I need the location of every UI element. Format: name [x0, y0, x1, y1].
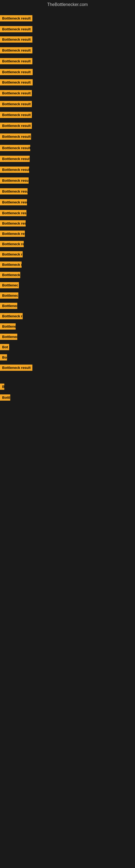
bottleneck-badge: Bottlenec: [0, 282, 19, 288]
bottleneck-badge: Bottleneck: [0, 303, 17, 309]
bottleneck-badge: Bottleneck res: [0, 313, 23, 319]
bottleneck-item[interactable]: Bottleneck res: [0, 313, 23, 320]
bottleneck-badge: Bottleneck result: [0, 177, 29, 184]
bottleneck-item[interactable]: Bottlene: [0, 323, 16, 331]
bottleneck-badge: Bottleneck result: [0, 15, 32, 22]
bottleneck-item[interactable]: Bottleneck result: [0, 261, 21, 269]
bottleneck-item[interactable]: Bottleneck result: [0, 177, 29, 185]
bottleneck-item[interactable]: Bottleneck r: [0, 292, 18, 300]
bottleneck-item[interactable]: Bottleneck result: [0, 123, 32, 130]
bottleneck-badge: Bottleneck result: [0, 188, 28, 194]
bottleneck-badge: Bo: [0, 354, 7, 361]
bottleneck-item[interactable]: Bottleneck result: [0, 145, 30, 152]
bottleneck-badge: Bottleneck result: [0, 101, 32, 107]
bottleneck-item[interactable]: Bottleneck re: [0, 251, 23, 258]
bottleneck-item[interactable]: Bottleneck result: [0, 69, 33, 76]
bottleneck-item[interactable]: Bo: [0, 354, 7, 362]
site-title: TheBottlenecker.com: [0, 0, 135, 9]
bottleneck-badge: Bottl: [0, 394, 10, 401]
bottleneck-item[interactable]: Bot: [0, 344, 9, 351]
bottleneck-badge: Bottleneck result: [0, 210, 27, 216]
bottleneck-item[interactable]: Bottleneck result: [0, 26, 32, 33]
bottleneck-item[interactable]: Bottleneck result: [0, 112, 32, 119]
bottleneck-badge: Bottleneck result: [0, 241, 24, 247]
bottleneck-item[interactable]: Bottleneck result: [0, 241, 24, 248]
bottleneck-badge: Bot: [0, 344, 9, 350]
bottleneck-badge: Bottleneck result: [0, 36, 32, 42]
bottleneck-item[interactable]: Bottl: [0, 394, 10, 402]
bottleneck-badge: Bottleneck result: [0, 79, 33, 86]
bottleneck-item[interactable]: Bottleneck result: [0, 15, 32, 23]
bottleneck-badge: Bottleneck re: [0, 251, 23, 257]
bottleneck-badge: Bottleneck result: [0, 69, 33, 75]
bottleneck-badge: Bottleneck result: [0, 156, 30, 162]
bottleneck-badge: Bottleneck: [0, 334, 17, 340]
bottleneck-item[interactable]: Bottleneck result: [0, 133, 31, 141]
bottleneck-badge: Bottleneck result: [0, 123, 32, 129]
bottleneck-badge: Bottleneck result: [0, 47, 32, 54]
bottleneck-badge: Bottleneck result: [0, 230, 25, 237]
bottleneck-item[interactable]: Bottleneck result: [0, 90, 32, 97]
bottleneck-item[interactable]: Bottleneck result: [0, 79, 33, 87]
bottleneck-item[interactable]: Bottleneck result: [0, 166, 29, 174]
bottleneck-badge: Bottleneck result: [0, 133, 31, 140]
bottleneck-item[interactable]: Bottleneck: [0, 334, 17, 341]
bottleneck-item[interactable]: B: [0, 383, 4, 391]
bottleneck-item[interactable]: Bottleneck result: [0, 199, 27, 207]
bottleneck-badge: Bottleneck result: [0, 90, 32, 96]
bottleneck-item[interactable]: Bottleneck result: [0, 210, 27, 217]
bottleneck-badge: Bottleneck r: [0, 292, 18, 299]
bottleneck-item[interactable]: Bottleneck result: [0, 156, 30, 163]
bottleneck-badge: Bottleneck r: [0, 272, 20, 278]
bottleneck-badge: Bottleneck result: [0, 261, 21, 268]
bottleneck-item[interactable]: Bottleneck result: [0, 36, 32, 44]
bottleneck-badge: Bottleneck result: [0, 220, 26, 226]
bottleneck-item[interactable]: Bottleneck result: [0, 230, 25, 238]
bottleneck-item[interactable]: Bottleneck result: [0, 188, 28, 195]
bottleneck-item[interactable]: Bottleneck: [0, 303, 17, 310]
bottleneck-badge: Bottleneck result: [0, 365, 32, 371]
bottleneck-badge: Bottlene: [0, 323, 16, 330]
bottleneck-badge: Bottleneck result: [0, 199, 27, 205]
bottleneck-item[interactable]: Bottleneck result: [0, 101, 32, 108]
bottleneck-item[interactable]: Bottleneck result: [0, 365, 32, 372]
bottleneck-item[interactable]: Bottlenec: [0, 282, 19, 289]
bottleneck-item[interactable]: Bottleneck result: [0, 47, 32, 55]
bottleneck-item[interactable]: Bottleneck result: [0, 220, 26, 227]
bottleneck-badge: Bottleneck result: [0, 26, 32, 32]
bottleneck-badge: Bottleneck result: [0, 112, 32, 118]
bottleneck-item[interactable]: Bottleneck result: [0, 58, 32, 65]
bottleneck-item[interactable]: Bottleneck r: [0, 272, 20, 279]
bottleneck-badge: Bottleneck result: [0, 58, 32, 64]
bottleneck-badge: Bottleneck result: [0, 166, 29, 173]
bottleneck-badge: B: [0, 383, 4, 390]
bottleneck-badge: Bottleneck result: [0, 145, 30, 151]
